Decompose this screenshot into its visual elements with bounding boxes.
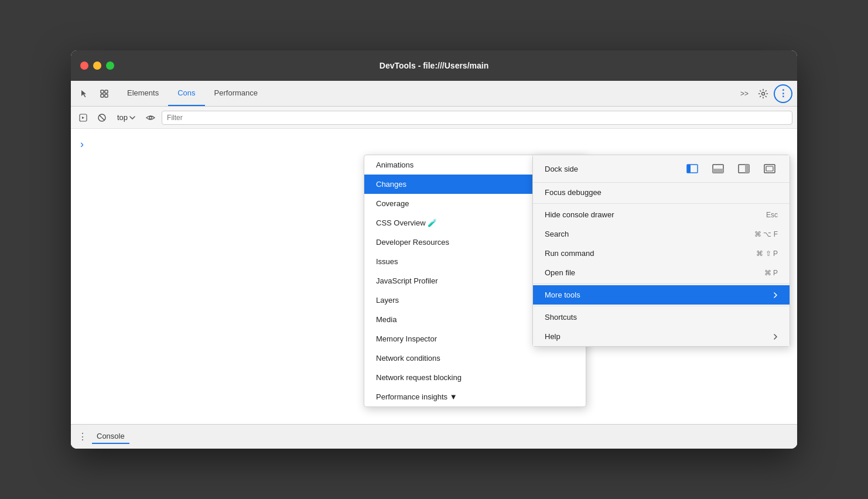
window-controls	[80, 61, 114, 70]
svg-point-8	[149, 116, 152, 118]
title-bar: DevTools - file:///Users/main	[71, 50, 797, 81]
menu-item-network-conditions[interactable]: Network conditions	[364, 348, 586, 368]
drawer-three-dot[interactable]: ⋮	[78, 431, 87, 442]
right-panel-menu: Dock side	[532, 155, 790, 347]
svg-rect-1	[105, 90, 108, 93]
chevron-down-icon	[129, 116, 135, 119]
svg-rect-0	[101, 90, 104, 93]
eye-icon-button[interactable]	[143, 110, 158, 125]
right-menu-search[interactable]: Search ⌘ ⌥ F	[533, 224, 790, 244]
console-toolbar: top	[71, 107, 797, 129]
dock-left-button[interactable]	[684, 162, 700, 175]
right-menu-run-command[interactable]: Run command ⌘ ⇧ P	[533, 244, 790, 263]
shortcut-run-command: ⌘ ⇧ P	[756, 249, 778, 258]
settings-button[interactable]	[755, 86, 771, 102]
right-menu-divider-1	[533, 203, 790, 204]
tab-elements[interactable]: Elements	[118, 81, 168, 106]
arrow-right-help-icon	[773, 333, 778, 340]
dock-right-button[interactable]	[736, 162, 752, 175]
right-menu-hide-console[interactable]: Hide console drawer Esc	[533, 205, 790, 224]
cursor-icon	[80, 89, 89, 98]
devtools-body: Elements Cons Performance >>	[71, 81, 797, 449]
svg-rect-16	[766, 166, 773, 171]
filter-input[interactable]	[162, 111, 792, 125]
gear-icon	[758, 88, 768, 99]
bottom-drawer: ⋮ Console	[71, 424, 797, 449]
svg-rect-2	[101, 94, 104, 97]
dock-side-label: Dock side	[545, 165, 675, 173]
main-content-area: › Animations Changes Coverage CSS Overvi…	[71, 129, 797, 424]
more-tabs-button[interactable]: >>	[736, 86, 753, 102]
shortcut-search: ⌘ ⌥ F	[754, 230, 778, 238]
svg-rect-3	[105, 94, 108, 97]
tab-list: Elements Cons Performance	[118, 81, 267, 106]
dock-left-icon	[686, 164, 698, 173]
menu-item-network-blocking[interactable]: Network request blocking	[364, 368, 586, 387]
dock-side-section: Dock side	[533, 155, 790, 183]
eye-icon	[146, 114, 155, 121]
minimize-button[interactable]	[93, 61, 101, 70]
svg-rect-10	[687, 165, 691, 173]
menu-item-perf-insights[interactable]: Performance insights ▼	[364, 387, 586, 406]
right-menu-focus-debuggee[interactable]: Focus debuggee	[533, 183, 790, 202]
three-dot-menu-button[interactable]: ⋮	[774, 84, 792, 103]
close-button[interactable]	[80, 61, 88, 70]
right-menu-divider-2	[533, 283, 790, 284]
dock-bottom-detach-button[interactable]	[710, 162, 726, 175]
svg-line-7	[100, 115, 105, 120]
shortcut-esc: Esc	[766, 211, 778, 219]
tab-performance[interactable]: Performance	[205, 81, 267, 106]
console-prompt-arrow: ›	[80, 138, 84, 151]
window-title: DevTools - file:///Users/main	[380, 61, 488, 70]
tab-bar-right: >> ⋮	[732, 81, 797, 106]
inspect-icon	[100, 89, 109, 98]
context-dropdown[interactable]: top	[113, 111, 139, 124]
right-menu-divider-3	[533, 306, 790, 306]
clear-console-button[interactable]	[94, 110, 110, 125]
svg-point-4	[762, 92, 765, 95]
menus-overlay: Animations Changes Coverage CSS Overview…	[71, 129, 797, 424]
drawer-console-tab[interactable]: Console	[92, 429, 129, 444]
undock-icon	[764, 164, 775, 173]
dock-right-icon	[738, 164, 750, 173]
right-menu-help[interactable]: Help	[533, 327, 790, 346]
cursor-icon-button[interactable]	[76, 85, 93, 102]
svg-rect-12	[713, 169, 723, 173]
svg-rect-14	[745, 165, 749, 173]
tab-bar: Elements Cons Performance >>	[71, 81, 797, 107]
shortcut-open-file: ⌘ P	[764, 269, 778, 277]
tab-bar-left-icons	[71, 81, 118, 106]
run-button[interactable]	[76, 110, 91, 125]
ban-icon	[97, 113, 107, 122]
devtools-window: DevTools - file:///Users/main	[71, 50, 797, 449]
inspect-icon-button[interactable]	[95, 85, 113, 102]
right-menu-shortcuts[interactable]: Shortcuts	[533, 307, 790, 327]
right-menu-open-file[interactable]: Open file ⌘ P	[533, 263, 790, 282]
maximize-button[interactable]	[106, 61, 114, 70]
tab-console[interactable]: Cons	[168, 81, 204, 106]
run-icon	[79, 114, 87, 122]
undock-button[interactable]	[761, 162, 778, 175]
arrow-right-icon	[773, 292, 778, 299]
dock-bottom-detach-icon	[712, 164, 724, 173]
right-menu-more-tools[interactable]: More tools	[533, 285, 790, 305]
